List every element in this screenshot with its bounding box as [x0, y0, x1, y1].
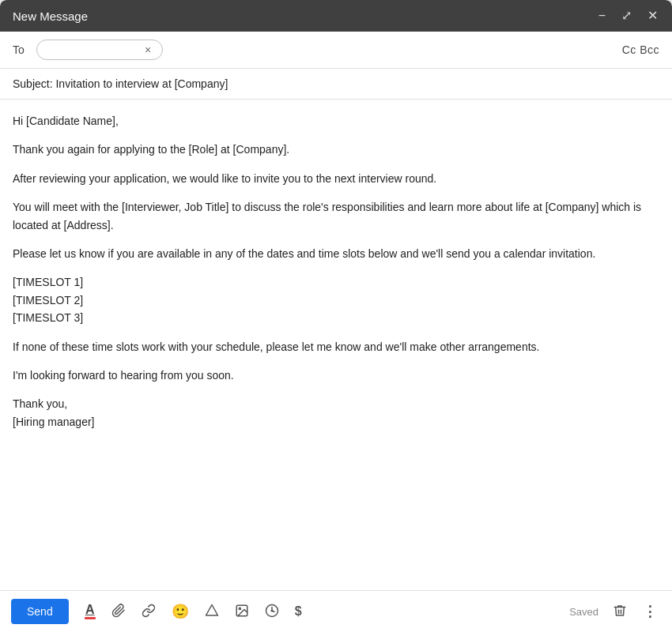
body-paragraph-invite: After reviewing your application, we wou…: [13, 170, 659, 187]
body-paragraph-meeting: You will meet with the [Interviewer, Job…: [13, 198, 659, 234]
image-button[interactable]: [230, 600, 254, 623]
close-button[interactable]: ✕: [646, 8, 659, 24]
svg-point-4: [270, 609, 273, 611]
title-bar-controls: − ⤢ ✕: [597, 8, 659, 24]
image-icon: [235, 604, 249, 620]
drive-icon: [205, 604, 219, 620]
to-label: To: [13, 43, 28, 56]
body-paragraph-availability: Please let us know if you are available …: [13, 245, 659, 262]
compose-window: New Message − ⤢ ✕ To × Cc Bcc Subject: I…: [0, 0, 672, 632]
saved-label: Saved: [569, 606, 598, 618]
body-paragraph-signature: Thank you, [Hiring manager]: [13, 395, 659, 431]
body-paragraph-thanks: Thank you again for applying to the [Rol…: [13, 141, 659, 158]
dollar-button[interactable]: $: [290, 602, 307, 621]
drive-button[interactable]: [200, 600, 224, 623]
format-a-icon: A: [85, 604, 96, 619]
subject-text: Subject: Invitation to interview at [Com…: [13, 77, 228, 90]
link-button[interactable]: [137, 600, 160, 623]
link-icon: [142, 604, 156, 620]
subject-row: Subject: Invitation to interview at [Com…: [0, 69, 672, 100]
body-area[interactable]: Hi [Candidate Name], Thank you again for…: [0, 100, 672, 590]
attachment-icon: [111, 604, 126, 620]
svg-marker-0: [206, 604, 217, 615]
maximize-button[interactable]: ⤢: [620, 8, 633, 24]
toolbar: Send A: [0, 590, 672, 632]
send-button[interactable]: Send: [11, 599, 69, 624]
trash-button[interactable]: [608, 600, 632, 623]
body-paragraph-alternate: If none of these time slots work with yo…: [13, 338, 659, 356]
to-clear-button[interactable]: ×: [145, 44, 151, 55]
cc-bcc-button[interactable]: Cc Bcc: [622, 43, 659, 56]
schedule-icon: [265, 604, 279, 620]
emoji-button[interactable]: 🙂: [167, 601, 194, 622]
minimize-button[interactable]: −: [597, 8, 607, 24]
more-vert-icon: ⋮: [643, 604, 656, 619]
body-paragraph-looking-forward: I'm looking forward to hearing from you …: [13, 367, 659, 384]
body-paragraph-greeting: Hi [Candidate Name],: [13, 112, 659, 130]
trash-icon: [613, 604, 627, 620]
to-input[interactable]: [45, 43, 140, 56]
format-text-button[interactable]: A: [80, 600, 100, 623]
emoji-icon: 🙂: [172, 604, 189, 619]
body-paragraph-timeslots: [TIMESLOT 1] [TIMESLOT 2] [TIMESLOT 3]: [13, 273, 659, 326]
title-bar: New Message − ⤢ ✕: [0, 0, 672, 32]
to-input-wrapper: ×: [36, 40, 163, 60]
window-title: New Message: [13, 9, 88, 23]
svg-point-2: [239, 608, 240, 609]
schedule-button[interactable]: [260, 600, 284, 623]
more-options-button[interactable]: ⋮: [638, 601, 661, 622]
dollar-icon: $: [295, 605, 302, 618]
to-row: To × Cc Bcc: [0, 32, 672, 69]
attachment-button[interactable]: [107, 600, 130, 623]
